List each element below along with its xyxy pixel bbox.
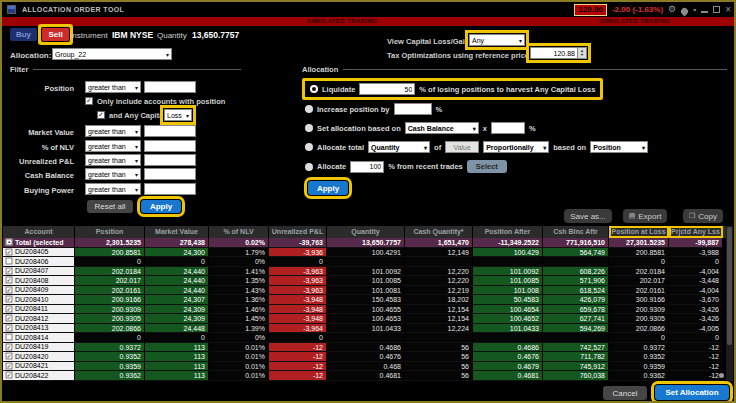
row-checkbox[interactable]: ✓ — [6, 267, 13, 274]
table-row[interactable]: DU208406000%000 — [3, 257, 730, 267]
column-header[interactable]: Unrealized P&L — [269, 226, 327, 238]
reference-price-spinner[interactable]: ▲▼ — [530, 47, 587, 59]
table-row[interactable]: ✓DU208412200.930524,3091.45%-3,948100.46… — [3, 314, 730, 324]
copy-button[interactable]: ❐ Copy — [683, 209, 723, 223]
table-row[interactable]: ▪Total (selected2,301.5235278,4380.02%-3… — [3, 238, 730, 248]
save-as-button[interactable]: Save as... — [564, 209, 612, 223]
table-row[interactable]: ✓DU208410200.916624,3071.36%-3,948150.45… — [3, 295, 730, 305]
row-checkbox[interactable]: ✓ — [6, 353, 13, 360]
allocate-total-type-dropdown[interactable]: Quantity▾ — [368, 141, 430, 153]
increase-percent-input[interactable] — [394, 103, 432, 115]
spinner-arrows-icon[interactable]: ▲▼ — [578, 47, 587, 59]
table-row[interactable]: ✓DU2084200.93521130.01%-120.4676560.4676… — [3, 352, 730, 362]
row-checkbox[interactable]: ✓ — [6, 286, 13, 293]
allocate-recent-radio[interactable] — [305, 163, 313, 171]
minimize-icon[interactable] — [701, 6, 708, 13]
pin-caret-icon[interactable]: ▾ — [693, 6, 696, 13]
row-checkbox[interactable]: ✓ — [6, 305, 13, 312]
and-any-capital-checkbox[interactable]: ✓ — [97, 111, 105, 119]
filter-row-input[interactable] — [144, 140, 196, 152]
allocation-apply-button[interactable]: Apply — [308, 181, 348, 195]
only-include-checkbox[interactable]: ✓ — [85, 97, 93, 105]
filter-row-input[interactable] — [144, 154, 196, 166]
table-row[interactable]: ✓DU208411200.930924,3091.46%-3,948100.46… — [3, 305, 730, 315]
table-row[interactable]: ✓DU208405200.858124,3001.79%-3,936100.42… — [3, 248, 730, 258]
reset-all-button[interactable]: Reset all — [87, 200, 133, 213]
table-row[interactable]: ✓DU208409202.016124,4401.43%-3,963101.00… — [3, 286, 730, 296]
select-trades-button[interactable]: Select — [467, 160, 507, 173]
filter-row-op-dropdown[interactable]: greater than▾ — [85, 168, 141, 180]
allocation-order-tool-window: ALLOCATION ORDER TOOL 120.90 -2.00 (-1.6… — [0, 0, 736, 403]
column-header[interactable]: Position — [75, 226, 145, 238]
liquidate-percent-input[interactable] — [359, 83, 415, 95]
increase-radio[interactable] — [305, 105, 313, 113]
table-row[interactable]: DU208414000%000 — [3, 333, 730, 343]
row-checkbox[interactable]: ✓ — [6, 277, 13, 284]
filter-row-input[interactable] — [144, 183, 196, 195]
filter-row-input[interactable] — [144, 125, 196, 137]
export-button[interactable]: ▤ Export — [623, 209, 667, 223]
table-row[interactable]: ✓DU208407202.018424,4401.41%-3,963101.00… — [3, 267, 730, 277]
filter-apply-button[interactable]: Apply — [141, 200, 181, 213]
row-checkbox[interactable]: ✓ — [6, 248, 13, 255]
row-checkbox[interactable]: ▪ — [6, 239, 13, 246]
column-header[interactable]: Cash Quantity* — [405, 226, 473, 238]
cancel-button[interactable]: Cancel — [603, 386, 647, 400]
column-header[interactable]: Position at Loss — [609, 226, 669, 238]
column-header[interactable]: % of NLV — [209, 226, 269, 238]
allocate-total-value-input[interactable] — [445, 141, 479, 153]
filter-row-op-dropdown[interactable]: greater than▾ — [85, 140, 141, 152]
maximize-icon[interactable] — [713, 6, 720, 13]
table-scrollbar[interactable] — [726, 226, 733, 381]
close-icon[interactable]: × — [725, 5, 731, 14]
cell-position: 202.017 — [75, 276, 145, 286]
set-allocation-mult-input[interactable] — [491, 122, 525, 134]
allocate-total-basis-dropdown[interactable]: Position▾ — [590, 141, 648, 153]
filter-row-op-dropdown[interactable]: greater than▾ — [85, 125, 141, 137]
gear-icon[interactable]: ⚙ — [668, 5, 676, 14]
cell-market_value: 113 — [145, 362, 209, 372]
banner-text: SIMULATED TRADING — [307, 18, 377, 24]
row-checkbox[interactable] — [6, 258, 13, 265]
filter-row-input[interactable] — [144, 168, 196, 180]
row-checkbox[interactable]: ✓ — [6, 315, 13, 322]
buy-button[interactable]: Buy — [10, 28, 37, 41]
liquidate-radio[interactable] — [310, 85, 318, 93]
pin-icon[interactable] — [681, 1, 688, 19]
allocate-recent-percent-input[interactable] — [350, 161, 384, 173]
filter-position-input[interactable] — [144, 81, 196, 93]
row-checkbox[interactable]: ✓ — [6, 363, 13, 370]
scroll-corner-icon[interactable] — [719, 373, 724, 378]
column-header[interactable]: Account — [3, 226, 75, 238]
set-allocation-option-row: Set allocation based on Cash Balance▾ x … — [305, 122, 536, 134]
row-checkbox[interactable]: ✓ — [6, 296, 13, 303]
view-capital-dropdown[interactable]: Any▾ — [469, 34, 525, 46]
filter-row-op-dropdown[interactable]: greater than▾ — [85, 154, 141, 166]
row-checkbox[interactable] — [6, 334, 13, 341]
row-checkbox[interactable]: ✓ — [6, 372, 13, 379]
set-allocation-basis-dropdown[interactable]: Cash Balance▾ — [405, 122, 479, 134]
filter-row-op-dropdown[interactable]: greater than▾ — [85, 183, 141, 195]
reference-price-input[interactable] — [530, 47, 578, 59]
row-checkbox[interactable]: ✓ — [6, 324, 13, 331]
table-row[interactable]: ✓DU2084210.93591130.01%-120.468560.46797… — [3, 362, 730, 372]
allocation-group-dropdown[interactable]: Group_22▾ — [52, 48, 172, 60]
scrollbar-thumb[interactable] — [727, 227, 732, 345]
column-header[interactable]: Prjctd Any Lss — [669, 226, 723, 238]
table-row[interactable]: ✓DU2084190.93721130.01%-120.4686560.4686… — [3, 343, 730, 353]
table-row[interactable]: ✓DU208413202.086624,4481.39%-3,964101.04… — [3, 324, 730, 334]
allocate-total-radio[interactable] — [305, 143, 313, 151]
set-allocation-radio[interactable] — [305, 124, 313, 132]
sell-button[interactable]: Sell — [42, 28, 69, 41]
filter-position-op-dropdown[interactable]: greater than▾ — [85, 81, 141, 93]
set-allocation-button[interactable]: Set Allocation — [655, 385, 729, 400]
column-header[interactable]: Quantity — [327, 226, 405, 238]
allocate-total-method-dropdown[interactable]: Proportionally▾ — [483, 141, 549, 153]
column-header[interactable]: Market Value — [145, 226, 209, 238]
column-header[interactable]: Csh Blnc Aftr — [543, 226, 609, 238]
row-checkbox[interactable]: ✓ — [6, 344, 13, 351]
column-header[interactable]: Position After — [473, 226, 543, 238]
table-row[interactable]: ✓DU2084220.93621130.01%-120.4681560.4681… — [3, 371, 730, 381]
table-row[interactable]: ✓DU208408202.01724,4401.35%-3,963101.008… — [3, 276, 730, 286]
capital-type-dropdown[interactable]: Loss▾ — [164, 109, 192, 121]
